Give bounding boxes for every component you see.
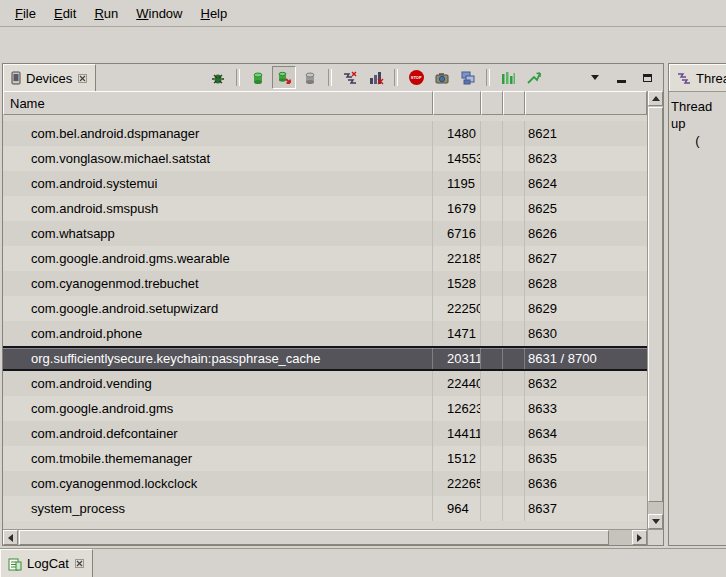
table-row[interactable]: org.sufficientlysecure.keychain:passphra… bbox=[3, 346, 647, 371]
table-row[interactable]: com.android.defcontainer 14411 8634 bbox=[3, 421, 647, 446]
method-profiling-button[interactable] bbox=[364, 66, 388, 89]
process-name: com.google.android.gms bbox=[3, 396, 433, 421]
horizontal-scroll-thumb[interactable] bbox=[19, 530, 609, 545]
screen-capture-button[interactable] bbox=[430, 66, 454, 89]
scroll-down-button[interactable] bbox=[648, 514, 663, 529]
ui-hierarchy-button[interactable] bbox=[456, 66, 480, 89]
process-pid: 22265 bbox=[433, 471, 481, 496]
devices-tabbar: Devices bbox=[3, 64, 663, 92]
table-row[interactable]: com.android.smspush 1679 8625 bbox=[3, 196, 647, 221]
tab-threads[interactable]: Threads bbox=[669, 64, 726, 91]
scroll-up-icon bbox=[652, 96, 660, 101]
process-pid: 1195 bbox=[433, 171, 481, 196]
threads-tabbar: Threads bbox=[669, 64, 726, 92]
empty-cell bbox=[481, 146, 503, 171]
process-pid: 20311 bbox=[433, 348, 481, 369]
scroll-up-button[interactable] bbox=[648, 91, 663, 106]
column-header-pid[interactable] bbox=[433, 91, 481, 115]
menu-item[interactable]: Run bbox=[85, 3, 127, 24]
vertical-scrollbar[interactable] bbox=[647, 91, 663, 529]
column-header-blank1[interactable] bbox=[481, 91, 503, 115]
chevron-down-icon bbox=[591, 75, 599, 80]
menu-item[interactable]: Help bbox=[191, 3, 236, 24]
empty-cell bbox=[503, 471, 525, 496]
opengl-trace-icon bbox=[526, 70, 542, 86]
update-threads-icon bbox=[342, 70, 358, 86]
stop-process-icon: STOP bbox=[409, 70, 424, 85]
scroll-right-icon bbox=[637, 534, 642, 542]
toolbar-separator bbox=[236, 69, 240, 86]
table-row[interactable]: com.tmobile.thememanager 1512 8635 bbox=[3, 446, 647, 471]
empty-cell bbox=[481, 371, 503, 396]
threads-message-line1: Thread up bbox=[671, 98, 724, 132]
process-pid: 14411 bbox=[433, 421, 481, 446]
column-header-port[interactable] bbox=[525, 91, 647, 115]
process-name: com.bel.android.dspmanager bbox=[3, 121, 433, 146]
process-port: 8623 bbox=[525, 146, 647, 171]
empty-cell bbox=[481, 348, 503, 369]
process-port: 8629 bbox=[525, 296, 647, 321]
empty-cell bbox=[481, 246, 503, 271]
systrace-button[interactable] bbox=[496, 66, 520, 89]
debug-attach-icon bbox=[210, 70, 226, 86]
empty-cell bbox=[503, 396, 525, 421]
opengl-trace-button[interactable] bbox=[522, 66, 546, 89]
dump-hprof-button[interactable] bbox=[272, 66, 296, 89]
view-menu-button[interactable] bbox=[583, 66, 607, 89]
empty-cell bbox=[481, 121, 503, 146]
process-port: 8636 bbox=[525, 471, 647, 496]
process-pid: 964 bbox=[433, 496, 481, 521]
tab-close-icon[interactable] bbox=[77, 73, 88, 84]
empty-cell bbox=[503, 121, 525, 146]
menu-item[interactable]: Edit bbox=[45, 3, 85, 24]
table-row[interactable]: com.bel.android.dspmanager 1480 8621 bbox=[3, 121, 647, 146]
table-row[interactable]: com.cyanogenmod.trebuchet 1528 8628 bbox=[3, 271, 647, 296]
empty-cell bbox=[481, 496, 503, 521]
table-row[interactable]: com.google.android.gms 12623 8633 bbox=[3, 396, 647, 421]
menu-item[interactable]: Window bbox=[127, 3, 191, 24]
minimize-button[interactable] bbox=[609, 66, 633, 89]
tab-devices[interactable]: Devices bbox=[3, 64, 96, 91]
tab-threads-label: Threads bbox=[696, 71, 726, 86]
table-row[interactable]: com.android.systemui 1195 8624 bbox=[3, 171, 647, 196]
vertical-scroll-thumb[interactable] bbox=[648, 107, 663, 502]
cause-gc-button[interactable] bbox=[298, 66, 322, 89]
scroll-left-icon bbox=[8, 534, 13, 542]
process-name: com.android.phone bbox=[3, 321, 433, 346]
debug-attach-button[interactable] bbox=[206, 66, 230, 89]
table-row[interactable]: com.cyanogenmod.lockclock 22265 8636 bbox=[3, 471, 647, 496]
column-header-blank2[interactable] bbox=[503, 91, 525, 115]
update-threads-button[interactable] bbox=[338, 66, 362, 89]
process-name: com.android.defcontainer bbox=[3, 421, 433, 446]
empty-cell bbox=[481, 471, 503, 496]
column-header-name[interactable]: Name bbox=[3, 91, 433, 115]
stop-process-button[interactable]: STOP bbox=[404, 66, 428, 89]
column-header-name-label: Name bbox=[10, 96, 45, 111]
table-row[interactable]: com.vonglasow.michael.satstat 14553 8623 bbox=[3, 146, 647, 171]
maximize-button[interactable] bbox=[635, 66, 659, 89]
scroll-right-button[interactable] bbox=[632, 530, 647, 545]
table-row[interactable]: system_process 964 8637 bbox=[3, 496, 647, 521]
process-name: org.sufficientlysecure.keychain:passphra… bbox=[3, 348, 433, 369]
main-area: Devices bbox=[0, 61, 726, 548]
scroll-left-button[interactable] bbox=[3, 530, 18, 545]
process-name: com.tmobile.thememanager bbox=[3, 446, 433, 471]
tab-close-icon[interactable] bbox=[74, 558, 85, 569]
tab-logcat[interactable]: LogCat bbox=[0, 549, 93, 577]
table-row[interactable]: com.android.phone 1471 8630 bbox=[3, 321, 647, 346]
table-row[interactable]: com.google.android.setupwizard 22250 862… bbox=[3, 296, 647, 321]
empty-cell bbox=[503, 296, 525, 321]
menu-item[interactable]: File bbox=[6, 3, 45, 24]
process-port: 8637 bbox=[525, 496, 647, 521]
table-row[interactable]: com.android.vending 22440 8632 bbox=[3, 371, 647, 396]
empty-cell bbox=[481, 221, 503, 246]
horizontal-scrollbar[interactable] bbox=[3, 529, 647, 545]
empty-cell bbox=[481, 446, 503, 471]
update-heap-button[interactable] bbox=[246, 66, 270, 89]
table-row[interactable]: com.whatsapp 6716 8626 bbox=[3, 221, 647, 246]
process-pid: 12623 bbox=[433, 396, 481, 421]
process-port: 8631 / 8700 bbox=[525, 348, 647, 369]
scrollbar-corner bbox=[647, 529, 663, 545]
empty-cell bbox=[481, 396, 503, 421]
table-row[interactable]: com.google.android.gms.wearable 22185 86… bbox=[3, 246, 647, 271]
